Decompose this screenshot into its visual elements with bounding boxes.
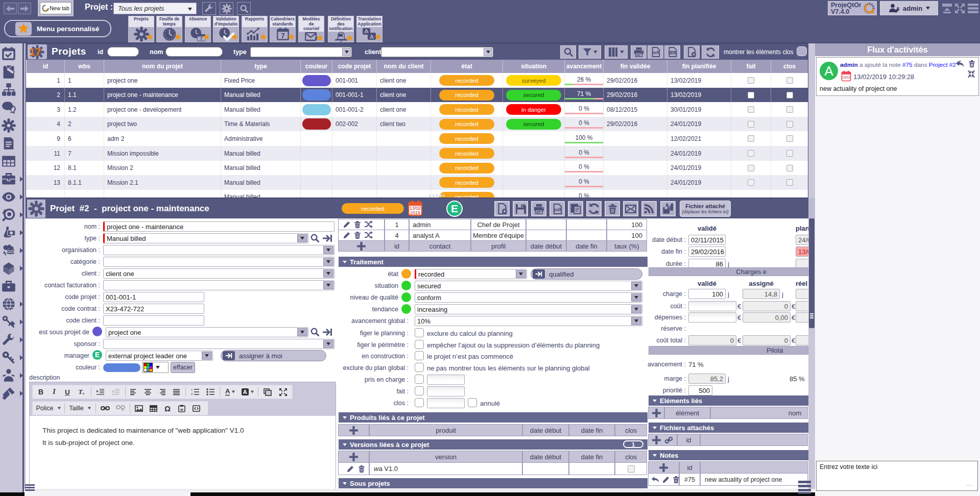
svg-text:w: w [180,408,183,411]
svg-text:7: 7 [200,36,202,41]
svg-text:GO: GO [7,249,14,254]
svg-text:pdf: pdf [553,207,561,212]
svg-text:2: 2 [191,392,193,395]
svg-text:13/02: 13/02 [842,76,850,79]
svg-text:CSV: CSV [669,52,675,55]
svg-text:A: A [370,34,374,40]
svg-text:2019: 2019 [410,210,420,215]
svg-text:pdf: pdf [652,51,659,56]
svg-text:7: 7 [281,32,285,40]
svg-text:1: 1 [191,388,193,391]
